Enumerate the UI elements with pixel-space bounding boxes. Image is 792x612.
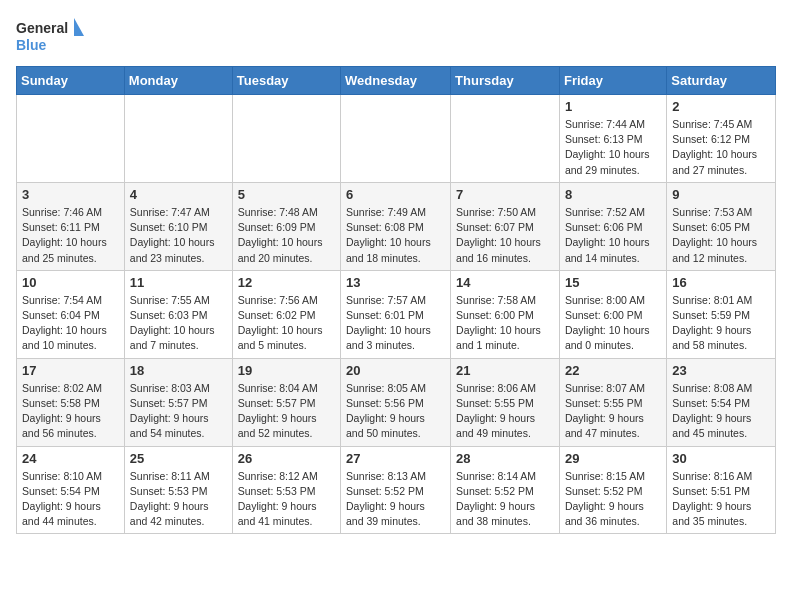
day-number: 10: [22, 275, 119, 290]
day-info: Sunrise: 8:13 AM Sunset: 5:52 PM Dayligh…: [346, 469, 445, 530]
calendar-day-cell: 19Sunrise: 8:04 AM Sunset: 5:57 PM Dayli…: [232, 358, 340, 446]
calendar-day-cell: 23Sunrise: 8:08 AM Sunset: 5:54 PM Dayli…: [667, 358, 776, 446]
day-number: 18: [130, 363, 227, 378]
calendar-day-cell: 29Sunrise: 8:15 AM Sunset: 5:52 PM Dayli…: [559, 446, 666, 534]
day-info: Sunrise: 7:57 AM Sunset: 6:01 PM Dayligh…: [346, 293, 445, 354]
day-number: 23: [672, 363, 770, 378]
calendar-table: SundayMondayTuesdayWednesdayThursdayFrid…: [16, 66, 776, 534]
calendar-day-cell: 20Sunrise: 8:05 AM Sunset: 5:56 PM Dayli…: [341, 358, 451, 446]
calendar-day-cell: 1Sunrise: 7:44 AM Sunset: 6:13 PM Daylig…: [559, 95, 666, 183]
day-info: Sunrise: 8:04 AM Sunset: 5:57 PM Dayligh…: [238, 381, 335, 442]
calendar-day-cell: [341, 95, 451, 183]
calendar-day-cell: 12Sunrise: 7:56 AM Sunset: 6:02 PM Dayli…: [232, 270, 340, 358]
calendar-day-cell: 5Sunrise: 7:48 AM Sunset: 6:09 PM Daylig…: [232, 182, 340, 270]
day-info: Sunrise: 8:06 AM Sunset: 5:55 PM Dayligh…: [456, 381, 554, 442]
weekday-header: Tuesday: [232, 67, 340, 95]
calendar-day-cell: 2Sunrise: 7:45 AM Sunset: 6:12 PM Daylig…: [667, 95, 776, 183]
day-info: Sunrise: 8:11 AM Sunset: 5:53 PM Dayligh…: [130, 469, 227, 530]
day-number: 22: [565, 363, 661, 378]
day-info: Sunrise: 8:01 AM Sunset: 5:59 PM Dayligh…: [672, 293, 770, 354]
day-info: Sunrise: 8:14 AM Sunset: 5:52 PM Dayligh…: [456, 469, 554, 530]
day-info: Sunrise: 8:08 AM Sunset: 5:54 PM Dayligh…: [672, 381, 770, 442]
weekday-header: Monday: [124, 67, 232, 95]
day-number: 8: [565, 187, 661, 202]
day-number: 21: [456, 363, 554, 378]
day-info: Sunrise: 8:05 AM Sunset: 5:56 PM Dayligh…: [346, 381, 445, 442]
day-number: 7: [456, 187, 554, 202]
weekday-header: Thursday: [451, 67, 560, 95]
weekday-header: Friday: [559, 67, 666, 95]
calendar-day-cell: [451, 95, 560, 183]
calendar-day-cell: [124, 95, 232, 183]
calendar-day-cell: 16Sunrise: 8:01 AM Sunset: 5:59 PM Dayli…: [667, 270, 776, 358]
day-info: Sunrise: 7:58 AM Sunset: 6:00 PM Dayligh…: [456, 293, 554, 354]
day-info: Sunrise: 7:50 AM Sunset: 6:07 PM Dayligh…: [456, 205, 554, 266]
day-number: 14: [456, 275, 554, 290]
day-info: Sunrise: 7:52 AM Sunset: 6:06 PM Dayligh…: [565, 205, 661, 266]
weekday-header: Saturday: [667, 67, 776, 95]
calendar-header-row: SundayMondayTuesdayWednesdayThursdayFrid…: [17, 67, 776, 95]
calendar-day-cell: 27Sunrise: 8:13 AM Sunset: 5:52 PM Dayli…: [341, 446, 451, 534]
calendar-week-row: 3Sunrise: 7:46 AM Sunset: 6:11 PM Daylig…: [17, 182, 776, 270]
day-info: Sunrise: 8:07 AM Sunset: 5:55 PM Dayligh…: [565, 381, 661, 442]
calendar-day-cell: 25Sunrise: 8:11 AM Sunset: 5:53 PM Dayli…: [124, 446, 232, 534]
calendar-day-cell: 9Sunrise: 7:53 AM Sunset: 6:05 PM Daylig…: [667, 182, 776, 270]
weekday-header: Sunday: [17, 67, 125, 95]
calendar-day-cell: 21Sunrise: 8:06 AM Sunset: 5:55 PM Dayli…: [451, 358, 560, 446]
calendar-day-cell: 18Sunrise: 8:03 AM Sunset: 5:57 PM Dayli…: [124, 358, 232, 446]
calendar-day-cell: 7Sunrise: 7:50 AM Sunset: 6:07 PM Daylig…: [451, 182, 560, 270]
day-number: 2: [672, 99, 770, 114]
calendar-day-cell: 15Sunrise: 8:00 AM Sunset: 6:00 PM Dayli…: [559, 270, 666, 358]
svg-marker-2: [74, 18, 84, 36]
day-info: Sunrise: 8:00 AM Sunset: 6:00 PM Dayligh…: [565, 293, 661, 354]
day-info: Sunrise: 8:15 AM Sunset: 5:52 PM Dayligh…: [565, 469, 661, 530]
day-info: Sunrise: 7:46 AM Sunset: 6:11 PM Dayligh…: [22, 205, 119, 266]
day-number: 29: [565, 451, 661, 466]
day-number: 9: [672, 187, 770, 202]
day-number: 6: [346, 187, 445, 202]
day-number: 30: [672, 451, 770, 466]
day-number: 12: [238, 275, 335, 290]
calendar-day-cell: 17Sunrise: 8:02 AM Sunset: 5:58 PM Dayli…: [17, 358, 125, 446]
day-info: Sunrise: 7:44 AM Sunset: 6:13 PM Dayligh…: [565, 117, 661, 178]
day-info: Sunrise: 8:02 AM Sunset: 5:58 PM Dayligh…: [22, 381, 119, 442]
calendar-day-cell: 26Sunrise: 8:12 AM Sunset: 5:53 PM Dayli…: [232, 446, 340, 534]
day-number: 17: [22, 363, 119, 378]
calendar-day-cell: 13Sunrise: 7:57 AM Sunset: 6:01 PM Dayli…: [341, 270, 451, 358]
day-number: 27: [346, 451, 445, 466]
day-number: 4: [130, 187, 227, 202]
svg-text:Blue: Blue: [16, 37, 47, 53]
day-number: 26: [238, 451, 335, 466]
day-number: 24: [22, 451, 119, 466]
calendar-day-cell: [232, 95, 340, 183]
day-number: 15: [565, 275, 661, 290]
day-number: 16: [672, 275, 770, 290]
day-number: 1: [565, 99, 661, 114]
day-info: Sunrise: 7:48 AM Sunset: 6:09 PM Dayligh…: [238, 205, 335, 266]
weekday-header: Wednesday: [341, 67, 451, 95]
calendar-week-row: 1Sunrise: 7:44 AM Sunset: 6:13 PM Daylig…: [17, 95, 776, 183]
calendar-day-cell: 4Sunrise: 7:47 AM Sunset: 6:10 PM Daylig…: [124, 182, 232, 270]
day-number: 5: [238, 187, 335, 202]
calendar-day-cell: [17, 95, 125, 183]
calendar-day-cell: 10Sunrise: 7:54 AM Sunset: 6:04 PM Dayli…: [17, 270, 125, 358]
day-number: 20: [346, 363, 445, 378]
calendar-day-cell: 22Sunrise: 8:07 AM Sunset: 5:55 PM Dayli…: [559, 358, 666, 446]
day-info: Sunrise: 8:03 AM Sunset: 5:57 PM Dayligh…: [130, 381, 227, 442]
logo: GeneralBlue: [16, 16, 86, 56]
calendar-day-cell: 24Sunrise: 8:10 AM Sunset: 5:54 PM Dayli…: [17, 446, 125, 534]
day-number: 25: [130, 451, 227, 466]
day-info: Sunrise: 8:12 AM Sunset: 5:53 PM Dayligh…: [238, 469, 335, 530]
calendar-day-cell: 6Sunrise: 7:49 AM Sunset: 6:08 PM Daylig…: [341, 182, 451, 270]
calendar-day-cell: 30Sunrise: 8:16 AM Sunset: 5:51 PM Dayli…: [667, 446, 776, 534]
day-info: Sunrise: 7:53 AM Sunset: 6:05 PM Dayligh…: [672, 205, 770, 266]
day-info: Sunrise: 7:56 AM Sunset: 6:02 PM Dayligh…: [238, 293, 335, 354]
logo-svg: GeneralBlue: [16, 16, 86, 56]
svg-text:General: General: [16, 20, 68, 36]
calendar-day-cell: 3Sunrise: 7:46 AM Sunset: 6:11 PM Daylig…: [17, 182, 125, 270]
day-number: 3: [22, 187, 119, 202]
day-info: Sunrise: 7:49 AM Sunset: 6:08 PM Dayligh…: [346, 205, 445, 266]
calendar-week-row: 24Sunrise: 8:10 AM Sunset: 5:54 PM Dayli…: [17, 446, 776, 534]
calendar-day-cell: 11Sunrise: 7:55 AM Sunset: 6:03 PM Dayli…: [124, 270, 232, 358]
day-info: Sunrise: 8:16 AM Sunset: 5:51 PM Dayligh…: [672, 469, 770, 530]
